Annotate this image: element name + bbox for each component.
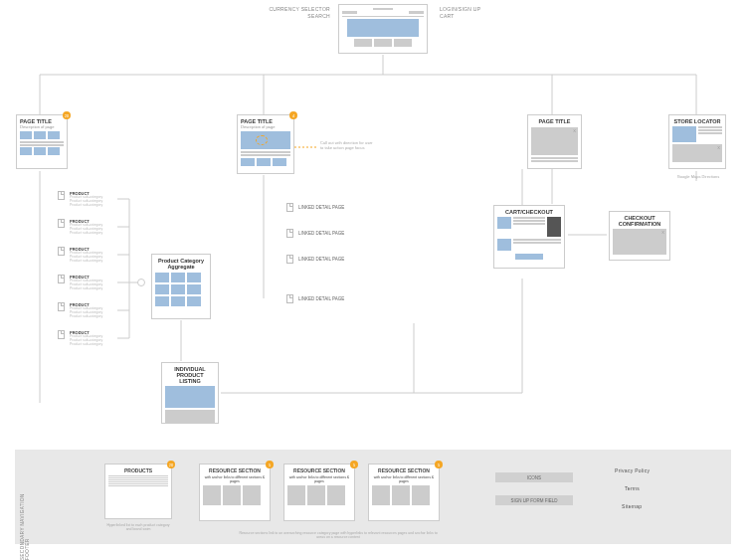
doc-icon	[58, 191, 65, 200]
cart-label: CART	[440, 13, 455, 19]
home-card[interactable]	[338, 4, 428, 54]
resource-sub: with anchor links to different sections …	[372, 475, 436, 483]
badge-icon: 5	[266, 461, 274, 468]
footer-bottom-note: Resource sections link to an overarching…	[239, 531, 438, 539]
cart-card[interactable]: CART/CHECKOUT	[493, 205, 565, 269]
badge-icon: 5	[435, 461, 443, 468]
linked-page[interactable]: LINKED DETAIL PAGE	[298, 205, 344, 210]
page-title-1-card[interactable]: 20 PAGE TITLE Description of page	[16, 114, 68, 169]
page-title-2-callout: Call out with direction for user to take…	[320, 141, 375, 151]
footer-products-card[interactable]: 20 PRODUCTS	[104, 464, 172, 519]
footer-link[interactable]: Sitemap	[622, 503, 642, 509]
resource-card[interactable]: 5 RESOURCE SECTION with anchor links to …	[368, 464, 440, 521]
x-icon: X	[717, 145, 720, 150]
doc-icon	[58, 219, 65, 228]
badge-icon: 20	[63, 111, 71, 119]
product-item[interactable]: PRODUCTProduct sub-categoryProduct sub-c…	[70, 191, 102, 208]
footer-link[interactable]: Terms	[625, 485, 640, 491]
product-item[interactable]: PRODUCTProduct sub-categoryProduct sub-c…	[70, 219, 102, 236]
resource-title: RESOURCE SECTION	[203, 467, 267, 473]
linked-page[interactable]: LINKED DETAIL PAGE	[298, 296, 344, 301]
footer-products-note: Hyperlinked list to each product categor…	[104, 523, 172, 531]
store-locator-card[interactable]: STORE LOCATOR X	[668, 114, 726, 169]
cart-title: CART/CHECKOUT	[497, 209, 561, 215]
linked-page[interactable]: LINKED DETAIL PAGE	[298, 231, 344, 236]
listing-title: INDIVIDUAL PRODUCT LISTING	[165, 366, 215, 384]
footer-products-title: PRODUCTS	[108, 467, 168, 473]
product-item[interactable]: PRODUCTProduct sub-categoryProduct sub-c…	[70, 330, 102, 347]
page-title-3-card[interactable]: PAGE TITLE X	[527, 114, 582, 169]
confirm-title: CHECKOUT CONFIRMATION	[613, 215, 666, 227]
search-label: SEARCH	[261, 13, 330, 19]
circle-node	[137, 279, 145, 286]
page-title-2-card[interactable]: 4 PAGE TITLE Description of page	[237, 114, 294, 174]
store-locator-title: STORE LOCATOR	[672, 118, 722, 124]
badge-icon: 4	[289, 111, 297, 119]
doc-icon	[58, 302, 65, 311]
x-icon: X	[573, 128, 576, 133]
confirm-card[interactable]: CHECKOUT CONFIRMATION X	[609, 211, 670, 261]
resource-card[interactable]: 5 RESOURCE SECTION with anchor links to …	[283, 464, 355, 521]
doc-icon	[58, 275, 65, 283]
footer-icons: ICONS	[495, 472, 573, 482]
linked-page[interactable]: LINKED DETAIL PAGE	[298, 257, 344, 262]
doc-icon	[286, 294, 293, 303]
doc-icon	[58, 247, 65, 256]
footer-link[interactable]: Privacy Policy	[615, 467, 650, 473]
listing-card[interactable]: INDIVIDUAL PRODUCT LISTING	[161, 362, 219, 424]
resource-title: RESOURCE SECTION	[287, 467, 351, 473]
x-icon: X	[661, 230, 664, 235]
product-item[interactable]: PRODUCTProduct sub-categoryProduct sub-c…	[70, 302, 102, 319]
footer-sidebar-label: SECONDARY NAVIGATION FOOTER	[20, 472, 30, 560]
page-title-3: PAGE TITLE	[531, 118, 578, 124]
resource-title: RESOURCE SECTION	[372, 467, 436, 473]
page-title-1-desc: Description of page	[20, 125, 64, 129]
badge-icon: 5	[350, 461, 358, 468]
footer-signup[interactable]: SIGN UP FORM FIELD	[495, 495, 573, 505]
doc-icon	[286, 203, 293, 212]
doc-icon	[286, 229, 293, 238]
resource-card[interactable]: 5 RESOURCE SECTION with anchor links to …	[199, 464, 271, 521]
store-locator-note: Google Maps Directions	[674, 175, 722, 180]
aggregate-card[interactable]: Product Category Aggregate	[151, 254, 211, 319]
currency-label: CURRENCY SELECTOR	[261, 6, 330, 12]
resource-sub: with anchor links to different sections …	[287, 475, 351, 483]
aggregate-title: Product Category Aggregate	[155, 258, 207, 270]
product-item[interactable]: PRODUCTProduct sub-categoryProduct sub-c…	[70, 247, 102, 264]
page-title-2-desc: Description of page	[241, 125, 290, 129]
doc-icon	[58, 330, 65, 339]
resource-sub: with anchor links to different sections …	[203, 475, 267, 483]
product-item[interactable]: PRODUCTProduct sub-categoryProduct sub-c…	[70, 275, 102, 291]
badge-icon: 20	[167, 461, 175, 468]
doc-icon	[286, 255, 293, 264]
login-label: LOGIN/SIGN UP	[440, 6, 480, 12]
